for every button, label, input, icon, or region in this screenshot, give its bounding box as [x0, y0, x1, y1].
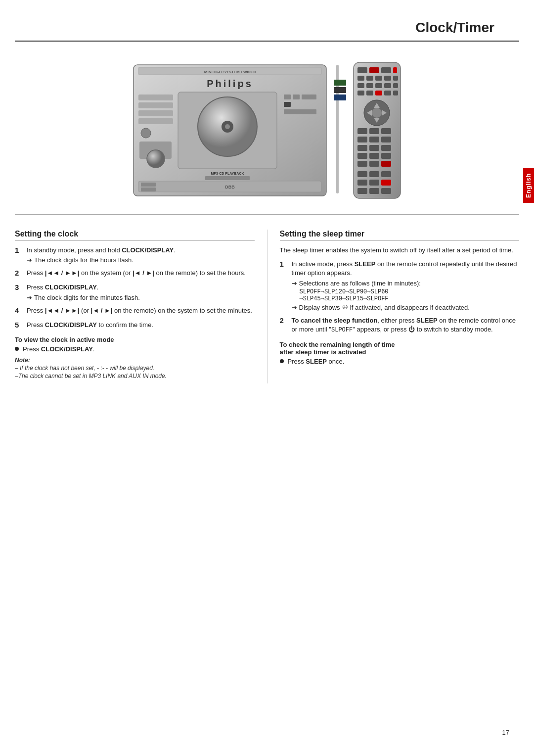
right-section-title: Setting the sleep timer	[280, 230, 520, 241]
sleep-step-1: 1 In active mode, press SLEEP on the rem…	[280, 260, 520, 312]
svg-rect-25	[141, 188, 156, 191]
step-3-number: 3	[15, 283, 24, 291]
svg-rect-40	[357, 83, 364, 88]
svg-rect-48	[384, 91, 391, 95]
step-5-content: Press CLOCK/DISPLAY to confirm the time.	[27, 321, 255, 331]
svg-rect-61	[381, 137, 391, 142]
svg-rect-57	[369, 128, 379, 134]
sleep-step-2-number: 2	[280, 316, 289, 325]
svg-rect-13	[138, 118, 173, 124]
svg-rect-79	[381, 188, 391, 194]
sleep-arrow-2: ➜ Display shows ᪠ if activated, and disa…	[292, 304, 520, 311]
svg-rect-78	[369, 188, 379, 194]
svg-rect-58	[381, 128, 391, 134]
svg-rect-31	[357, 67, 367, 73]
step-1-text: In standby mode, press and hold CLOCK/DI…	[27, 246, 255, 255]
svg-rect-17	[284, 94, 291, 99]
svg-rect-70	[381, 161, 391, 167]
arrow-icon-3: ➜	[27, 294, 32, 301]
language-tab: English	[523, 168, 534, 203]
svg-rect-27	[334, 80, 346, 86]
svg-rect-64	[381, 145, 391, 151]
step-1-number: 1	[15, 246, 24, 254]
step-4-content: Press |◄◄ / ►►| (or |◄ / ►| on the remot…	[27, 306, 255, 317]
page-number: 17	[502, 729, 509, 736]
step-1-content: In standby mode, press and hold CLOCK/DI…	[27, 246, 255, 265]
step-1-arrow-text: The clock digits for the hours flash.	[34, 256, 134, 264]
svg-point-14	[141, 128, 151, 138]
step-4-number: 4	[15, 306, 24, 315]
step-3-arrow: ➜ The clock digits for the minutes flash…	[27, 294, 255, 301]
step-5-text: Press CLOCK/DISPLAY to confirm the time.	[27, 321, 255, 330]
sleep-timer-sequence: SLPOFF→SLP120→SLP90→SLP60→SLP45→SLP30→SL…	[300, 288, 520, 302]
svg-rect-38	[384, 76, 391, 81]
step-5-number: 5	[15, 321, 24, 329]
svg-rect-71	[357, 171, 367, 177]
sleep-arrow-1-text: Selections are as follows (time in minut…	[299, 280, 421, 287]
svg-text:DBB: DBB	[225, 185, 235, 189]
svg-rect-33	[381, 67, 391, 73]
left-section-title: Setting the clock	[15, 230, 255, 241]
sleep-steps-list: 1 In active mode, press SLEEP on the rem…	[280, 260, 520, 335]
device-image-area: MINI HI-FI SYSTEM FW8300 Philips MP3-CD …	[15, 51, 519, 215]
svg-rect-62	[357, 145, 367, 151]
step-3-arrow-text: The clock digits for the minutes flash.	[34, 294, 140, 301]
svg-rect-41	[366, 83, 373, 88]
svg-rect-36	[366, 76, 373, 81]
svg-rect-32	[369, 67, 379, 73]
step-5: 5 Press CLOCK/DISPLAY to confirm the tim…	[15, 321, 255, 331]
svg-rect-66	[369, 153, 379, 159]
svg-rect-49	[393, 91, 398, 95]
step-4-text: Press |◄◄ / ►►| (or |◄ / ►| on the remot…	[27, 306, 255, 315]
step-3-content: Press CLOCK/DISPLAY. ➜ The clock digits …	[27, 283, 255, 302]
sleep-step-2-text: To cancel the sleep function, either pre…	[292, 316, 520, 334]
svg-rect-28	[334, 87, 346, 93]
svg-rect-59	[357, 137, 367, 142]
svg-rect-9	[205, 176, 250, 180]
clock-active-mode-heading: To view the clock in active mode	[15, 336, 255, 343]
svg-rect-68	[357, 161, 367, 167]
svg-rect-56	[357, 128, 367, 134]
svg-rect-12	[138, 110, 173, 116]
svg-rect-67	[381, 153, 391, 159]
step-2-number: 2	[15, 269, 24, 277]
step-3: 3 Press CLOCK/DISPLAY. ➜ The clock digit…	[15, 283, 255, 302]
svg-rect-63	[369, 145, 379, 151]
bullet-dot-sleep	[280, 359, 284, 363]
svg-rect-74	[357, 180, 367, 186]
clock-active-mode-bullet: Press CLOCK/DISPLAY.	[15, 345, 255, 353]
arrow-icon-s2: ➜	[292, 304, 297, 311]
svg-rect-39	[393, 76, 398, 81]
arrow-icon-1: ➜	[27, 256, 32, 264]
svg-rect-65	[357, 153, 367, 159]
svg-point-16	[147, 150, 165, 168]
svg-text:MP3-CD PLAYBACK: MP3-CD PLAYBACK	[211, 172, 244, 175]
svg-rect-72	[369, 171, 379, 177]
sleep-step-1-text: In active mode, press SLEEP on the remot…	[292, 260, 520, 278]
svg-rect-44	[393, 83, 398, 88]
clock-steps-list: 1 In standby mode, press and hold CLOCK/…	[15, 246, 255, 331]
svg-rect-47	[375, 91, 382, 95]
svg-rect-75	[369, 180, 379, 186]
svg-rect-37	[375, 76, 382, 81]
step-4: 4 Press |◄◄ / ►►| (or |◄ / ►| on the rem…	[15, 306, 255, 317]
sleep-step-1-content: In active mode, press SLEEP on the remot…	[292, 260, 520, 312]
sleep-step-1-number: 1	[280, 260, 289, 268]
content-area: Setting the clock 1 In standby mode, pre…	[15, 225, 519, 388]
sleep-check-text: Press SLEEP once.	[288, 358, 345, 365]
page-title: Clock/Timer	[415, 20, 494, 35]
arrow-icon-s1: ➜	[292, 280, 297, 287]
svg-rect-69	[369, 161, 379, 167]
svg-rect-21	[284, 109, 316, 114]
svg-rect-60	[369, 137, 379, 142]
sleep-timer-intro: The sleep timer enables the system to sw…	[280, 246, 520, 255]
step-1: 1 In standby mode, press and hold CLOCK/…	[15, 246, 255, 265]
svg-rect-43	[384, 83, 391, 88]
svg-rect-18	[293, 94, 300, 99]
step-3-text: Press CLOCK/DISPLAY.	[27, 283, 255, 292]
page-title-area: Clock/Timer	[15, 0, 519, 42]
sleep-arrow-2-text: Display shows ᪠ if activated, and disapp…	[299, 304, 470, 311]
device-svg: MINI HI-FI SYSTEM FW8300 Philips MP3-CD …	[129, 55, 405, 203]
bullet-dot-clock	[15, 347, 19, 351]
svg-point-7	[225, 124, 230, 129]
